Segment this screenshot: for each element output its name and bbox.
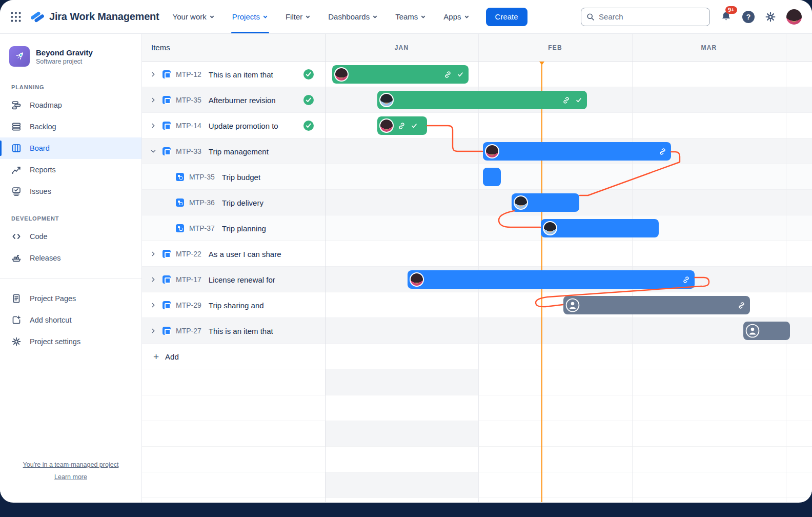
- question-icon: ?: [742, 11, 755, 23]
- sidebar-item-board[interactable]: Board: [0, 137, 141, 159]
- sidebar-item-label: Add shortcut: [30, 316, 71, 324]
- person-icon: [565, 298, 580, 312]
- sidebar-item-backlog[interactable]: Backlog: [0, 116, 141, 137]
- app-window: Jira Work Management Your work Projects …: [0, 0, 812, 503]
- chevron-down-icon: [305, 14, 311, 19]
- link-icon: [738, 302, 745, 309]
- month-label-jan: JAN: [325, 44, 478, 51]
- gantt-bar-mtp-36[interactable]: [512, 193, 579, 212]
- team-managed-link[interactable]: You're in a team-managed project: [0, 461, 141, 468]
- rocket-icon: [13, 50, 26, 63]
- learn-more-link[interactable]: Learn more: [0, 473, 141, 481]
- gear-icon: [765, 11, 776, 23]
- sidebar-item-label: Backlog: [30, 123, 56, 131]
- project-avatar: [9, 46, 30, 67]
- project-type: Software project: [36, 58, 93, 65]
- gear-icon: [11, 336, 22, 347]
- gantt-bar-mtp-35[interactable]: [483, 168, 501, 186]
- sidebar-item-code[interactable]: Code: [0, 226, 141, 247]
- sidebar-item-project-settings[interactable]: Project settings: [0, 331, 141, 352]
- gantt-bar-mtp-33[interactable]: [483, 142, 671, 161]
- gantt-bar-mtp-27[interactable]: [743, 322, 790, 340]
- check-icon: [411, 122, 418, 129]
- backlog-icon: [11, 122, 22, 132]
- jira-logo-icon: [30, 9, 45, 25]
- sidebar-item-releases[interactable]: Releases: [0, 247, 141, 269]
- sidebar-item-label: Issues: [30, 187, 51, 195]
- sidebar-item-label: Reports: [30, 166, 56, 174]
- link-icon: [562, 96, 570, 104]
- gantt-bar-mtp-35[interactable]: [377, 91, 587, 109]
- chevron-down-icon: [420, 14, 426, 19]
- sidebar-item-label: Releases: [30, 254, 60, 262]
- nav-item-dashboards[interactable]: Dashboards: [328, 0, 378, 33]
- nav-item-your-work[interactable]: Your work: [173, 0, 215, 33]
- help-button[interactable]: ?: [742, 11, 755, 23]
- project-title-block: Beyond Gravity Software project: [36, 48, 93, 65]
- project-sidebar: Beyond Gravity Software project PLANNING…: [0, 34, 142, 502]
- sidebar-item-label: Board: [30, 144, 50, 152]
- link-icon: [398, 122, 405, 130]
- chevron-down-icon: [209, 14, 215, 19]
- project-header[interactable]: Beyond Gravity Software project: [0, 46, 141, 71]
- document-icon: [11, 293, 22, 304]
- nav-item-apps[interactable]: Apps: [443, 0, 469, 33]
- timeline-header: Items JAN FEB MAR: [142, 34, 812, 62]
- assignee-avatar: [379, 93, 394, 107]
- month-label-mar: MAR: [632, 44, 786, 51]
- link-icon: [682, 276, 690, 284]
- items-column-header: Items: [151, 43, 170, 52]
- user-avatar[interactable]: [786, 9, 802, 25]
- gantt-bar-mtp-29[interactable]: [563, 296, 750, 314]
- notification-badge: 9+: [725, 6, 737, 14]
- nav-item-filter[interactable]: Filter: [286, 0, 311, 33]
- timeline-body: MTP-12This is an item thatMTP-35Afterbur…: [142, 62, 812, 502]
- sidebar-item-issues[interactable]: Issues: [0, 181, 141, 202]
- notifications-button[interactable]: 9+: [720, 11, 732, 23]
- assignee-avatar: [334, 67, 349, 82]
- sidebar-item-project-pages[interactable]: Project Pages: [0, 288, 141, 309]
- issues-icon: [11, 186, 22, 196]
- settings-button[interactable]: [765, 11, 776, 23]
- sidebar-item-roadmap[interactable]: Roadmap: [0, 94, 141, 116]
- assignee-avatar: [543, 221, 557, 235]
- code-icon: [11, 231, 22, 242]
- nav-menu: Your work Projects Filter Dashboards Tea…: [173, 0, 470, 33]
- gantt-bar-mtp-12[interactable]: [332, 65, 469, 84]
- gantt-bar-mtp-37[interactable]: [541, 219, 659, 237]
- sidebar-divider: [0, 278, 141, 279]
- nav-item-teams[interactable]: Teams: [395, 0, 426, 33]
- gantt-bar-mtp-14[interactable]: [377, 116, 427, 135]
- nav-item-projects[interactable]: Projects: [232, 0, 268, 33]
- link-icon: [444, 71, 452, 78]
- chevron-down-icon: [372, 14, 378, 19]
- assignee-placeholder-icon: [565, 298, 580, 312]
- app-logo[interactable]: Jira Work Management: [30, 9, 159, 25]
- assignee-avatar: [485, 144, 499, 158]
- check-icon: [457, 71, 464, 78]
- check-icon: [575, 96, 582, 104]
- sidebar-item-label: Project settings: [30, 337, 80, 346]
- app-switcher-icon[interactable]: [9, 10, 23, 24]
- reports-icon: [11, 165, 22, 175]
- month-label-feb: FEB: [478, 44, 632, 51]
- assignee-avatar: [379, 118, 394, 133]
- grid-icon: [10, 11, 22, 23]
- gantt-bars-layer: [142, 62, 812, 502]
- add-shortcut-icon: [11, 315, 22, 325]
- search-box[interactable]: [581, 8, 710, 26]
- sidebar-item-add-shortcut[interactable]: Add shortcut: [0, 309, 141, 331]
- chevron-down-icon: [262, 14, 268, 19]
- sidebar-item-label: Code: [30, 232, 48, 241]
- ship-icon: [11, 253, 22, 263]
- create-button[interactable]: Create: [486, 8, 527, 26]
- assignee-avatar: [410, 272, 424, 287]
- search-input[interactable]: [599, 12, 704, 21]
- gantt-bar-mtp-17[interactable]: [408, 270, 695, 289]
- project-name: Beyond Gravity: [36, 48, 93, 57]
- top-navigation: Jira Work Management Your work Projects …: [0, 0, 812, 34]
- section-title-planning: PLANNING: [0, 71, 141, 94]
- assignee-avatar: [514, 195, 528, 210]
- sidebar-footer: You're in a team-managed project Learn m…: [0, 456, 141, 481]
- sidebar-item-reports[interactable]: Reports: [0, 159, 141, 181]
